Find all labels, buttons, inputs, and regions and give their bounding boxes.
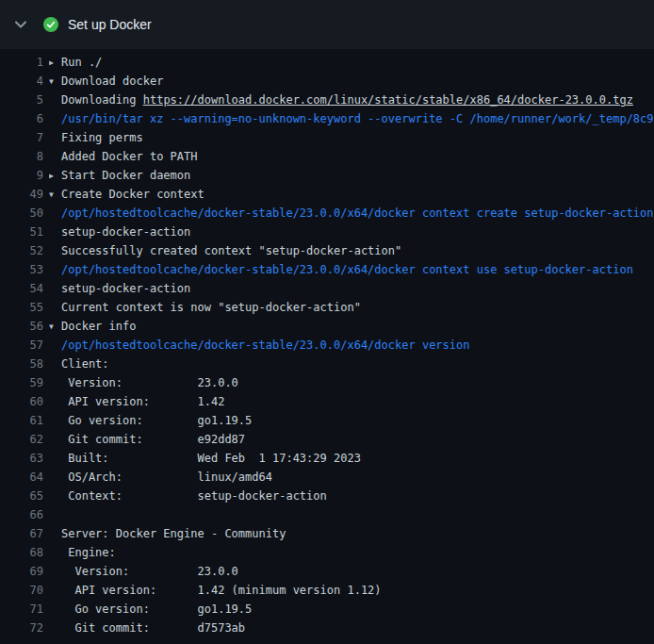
log-line: 66 xyxy=(0,505,654,524)
line-number[interactable]: 56 xyxy=(0,317,43,336)
log-line: 69 Version: 23.0.0 xyxy=(0,562,654,581)
step-header-set-up-docker[interactable]: Set up Docker xyxy=(0,0,654,49)
log-command-text: /usr/bin/tar xz --warning=no-unknown-key… xyxy=(61,112,654,125)
log-command-text: /opt/hostedtoolcache/docker-stable/23.0.… xyxy=(61,339,469,352)
line-number[interactable]: 5 xyxy=(0,91,43,109)
log-group-line[interactable]: 4▼Download docker xyxy=(0,72,654,91)
log-text-content: Git commit: e92dd87 xyxy=(49,430,654,449)
log-line: 8Added Docker to PATH xyxy=(0,147,654,166)
group-title: Start Docker daemon xyxy=(61,169,190,182)
line-number[interactable]: 6 xyxy=(0,109,43,128)
line-number[interactable]: 57 xyxy=(0,336,43,355)
line-number[interactable]: 55 xyxy=(0,298,43,317)
check-circle-icon xyxy=(43,17,58,32)
line-number[interactable]: 50 xyxy=(0,204,43,223)
log-text-content: Server: Docker Engine - Community xyxy=(49,524,654,543)
line-number[interactable]: 69 xyxy=(0,562,43,581)
log-text-content: Fixing perms xyxy=(49,128,654,147)
log-text: setup-docker-action xyxy=(61,225,190,239)
log-text-content: Successfully created context "setup-dock… xyxy=(49,241,654,260)
line-number[interactable]: 59 xyxy=(0,373,43,392)
log-link[interactable]: https://download.docker.com/linux/static… xyxy=(143,93,633,107)
line-number[interactable]: 4 xyxy=(0,72,43,91)
line-number[interactable]: 7 xyxy=(0,128,43,147)
line-number[interactable]: 66 xyxy=(0,505,43,524)
log-group-line[interactable]: 1▶Run ./ xyxy=(0,53,654,72)
line-number[interactable]: 61 xyxy=(0,411,43,430)
log-text: Git commit: e92dd87 xyxy=(61,433,245,446)
log-text-content xyxy=(49,505,654,524)
log-group-line[interactable]: 49▼Create Docker context xyxy=(0,185,654,204)
log-group-content: ▶Start Docker daemon xyxy=(49,166,654,185)
log-command-content: /opt/hostedtoolcache/docker-stable/23.0.… xyxy=(49,336,654,355)
line-number[interactable]: 54 xyxy=(0,279,43,298)
log-line: 6/usr/bin/tar xz --warning=no-unknown-ke… xyxy=(0,109,654,128)
group-title: Docker info xyxy=(61,320,136,333)
group-title: Download docker xyxy=(61,74,163,88)
line-number[interactable]: 9 xyxy=(0,166,43,185)
log-command-content: /opt/hostedtoolcache/docker-stable/23.0.… xyxy=(49,204,654,223)
log-text: Successfully created context "setup-dock… xyxy=(61,244,401,257)
line-number[interactable]: 49 xyxy=(0,185,43,204)
log-text: Server: Docker Engine - Community xyxy=(61,527,286,540)
log-line: 65 Context: setup-docker-action xyxy=(0,487,654,505)
log-command-text: /opt/hostedtoolcache/docker-stable/23.0.… xyxy=(61,206,654,220)
log-line: 7Fixing perms xyxy=(0,128,654,147)
line-number[interactable]: 53 xyxy=(0,260,43,279)
log-line: 70 API version: 1.42 (minimum version 1.… xyxy=(0,581,654,600)
log-text: Engine: xyxy=(61,546,116,559)
log-text: Go version: go1.19.5 xyxy=(61,414,252,427)
log-group-content: ▼Create Docker context xyxy=(49,185,654,204)
line-number[interactable]: 71 xyxy=(0,600,43,619)
log-text-content: API version: 1.42 xyxy=(49,392,654,411)
line-number[interactable]: 51 xyxy=(0,223,43,241)
log-line: 72 Git commit: d7573ab xyxy=(0,619,654,637)
log-text: Built: Wed Feb 1 17:43:29 2023 xyxy=(61,452,361,465)
log-command-content: /usr/bin/tar xz --warning=no-unknown-key… xyxy=(49,109,654,128)
log-text: Fixing perms xyxy=(61,131,143,144)
log-text-content: Go version: go1.19.5 xyxy=(49,411,654,430)
log-group-line[interactable]: 56▼Docker info xyxy=(0,317,654,336)
line-number[interactable]: 70 xyxy=(0,581,43,600)
log-group-content: ▼Download docker xyxy=(49,72,654,91)
line-number[interactable]: 72 xyxy=(0,619,43,637)
log-line: 61 Go version: go1.19.5 xyxy=(0,411,654,430)
line-number[interactable]: 65 xyxy=(0,487,43,505)
line-number[interactable]: 64 xyxy=(0,468,43,487)
log-text-content: Engine: xyxy=(49,543,654,562)
line-number[interactable]: 1 xyxy=(0,53,43,72)
group-chevron-right-icon[interactable]: ▶ xyxy=(49,167,61,185)
log-text: Context: setup-docker-action xyxy=(61,489,327,503)
log-text-content: Git commit: d7573ab xyxy=(49,619,654,637)
log-text: setup-docker-action xyxy=(61,282,190,295)
log-group-content: ▼Docker info xyxy=(49,317,654,336)
line-number[interactable]: 60 xyxy=(0,392,43,411)
log-line: 63 Built: Wed Feb 1 17:43:29 2023 xyxy=(0,449,654,468)
log-group-line[interactable]: 9▶Start Docker daemon xyxy=(0,166,654,185)
group-chevron-down-icon[interactable]: ▼ xyxy=(49,318,61,336)
line-number[interactable]: 62 xyxy=(0,430,43,449)
log-line: 57/opt/hostedtoolcache/docker-stable/23.… xyxy=(0,336,654,355)
group-chevron-down-icon[interactable]: ▼ xyxy=(49,186,61,204)
line-number[interactable]: 63 xyxy=(0,449,43,468)
group-chevron-right-icon[interactable]: ▶ xyxy=(49,54,61,72)
log-line: 54setup-docker-action xyxy=(0,279,654,298)
log-command-text: /opt/hostedtoolcache/docker-stable/23.0.… xyxy=(61,263,633,276)
line-number[interactable]: 8 xyxy=(0,147,43,166)
log-group-content: ▶Run ./ xyxy=(49,53,654,72)
line-number[interactable]: 68 xyxy=(0,543,43,562)
log-text: Client: xyxy=(61,357,109,371)
line-number[interactable]: 58 xyxy=(0,355,43,373)
line-number[interactable]: 52 xyxy=(0,241,43,260)
chevron-down-icon[interactable] xyxy=(15,21,28,28)
log-text-content: API version: 1.42 (minimum version 1.12) xyxy=(49,581,654,600)
log-line: 64 OS/Arch: linux/amd64 xyxy=(0,468,654,487)
line-number[interactable]: 67 xyxy=(0,524,43,543)
log-text: OS/Arch: linux/amd64 xyxy=(61,471,272,484)
log-text: API version: 1.42 (minimum version 1.12) xyxy=(61,584,382,597)
log-text: Downloading xyxy=(61,93,143,107)
log-line: 60 API version: 1.42 xyxy=(0,392,654,411)
group-chevron-down-icon[interactable]: ▼ xyxy=(49,73,61,91)
log-line: 55Current context is now "setup-docker-a… xyxy=(0,298,654,317)
log-text: Current context is now "setup-docker-act… xyxy=(61,301,361,314)
